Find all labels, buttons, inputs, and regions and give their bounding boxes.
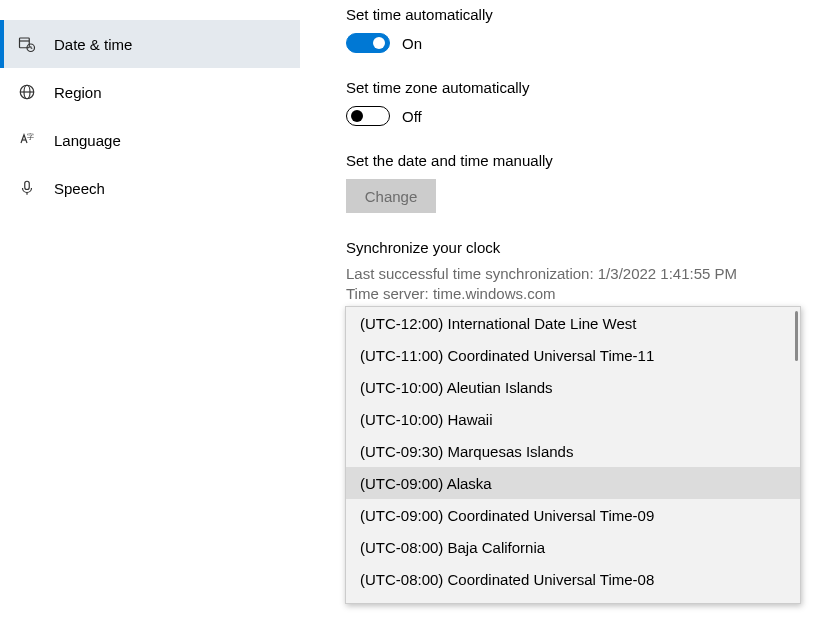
timezone-option[interactable]: (UTC-11:00) Coordinated Universal Time-1… [346,339,800,371]
sidebar-item-label: Speech [54,180,105,197]
language-icon: 字 [18,131,36,149]
globe-icon [18,83,36,101]
setting-label: Set time zone automatically [346,79,800,96]
sync-server-label: Time server: [346,285,433,302]
sidebar-item-speech[interactable]: Speech [0,164,300,212]
timezone-option[interactable]: (UTC-08:00) Baja California [346,531,800,563]
sidebar-item-label: Language [54,132,121,149]
microphone-icon [18,179,36,197]
sidebar-item-region[interactable]: Region [0,68,300,116]
sync-last-value: 1/3/2022 1:41:55 PM [598,265,737,282]
svg-text:字: 字 [27,133,34,140]
sync-server-value: time.windows.com [433,285,556,302]
svg-line-4 [31,48,33,49]
manual-datetime-setting: Set the date and time manually Change [346,152,800,213]
timezone-option[interactable]: (UTC-10:00) Hawaii [346,403,800,435]
setting-label: Synchronize your clock [346,239,800,256]
setting-label: Set time automatically [346,6,800,23]
timezone-option[interactable]: (UTC-09:30) Marquesas Islands [346,435,800,467]
timezone-dropdown[interactable]: (UTC-12:00) International Date Line West… [345,306,801,604]
change-button: Change [346,179,436,213]
auto-timezone-setting: Set time zone automatically Off [346,79,800,126]
sidebar-item-language[interactable]: 字 Language [0,116,300,164]
sidebar-item-label: Date & time [54,36,132,53]
sync-last-line: Last successful time synchronization: 1/… [346,264,800,284]
sync-clock-section: Synchronize your clock Last successful t… [346,239,800,303]
timezone-option[interactable]: (UTC-10:00) Aleutian Islands [346,371,800,403]
calendar-clock-icon [18,35,36,53]
sidebar-item-date-time[interactable]: Date & time [0,20,300,68]
sync-server-line: Time server: time.windows.com [346,284,800,304]
auto-time-setting: Set time automatically On [346,6,800,53]
timezone-option[interactable]: (UTC-12:00) International Date Line West [346,307,800,339]
settings-sidebar: Date & time Region 字 Language [0,0,300,638]
svg-rect-10 [25,181,30,189]
auto-time-toggle[interactable] [346,33,390,53]
timezone-option[interactable]: (UTC-08:00) Coordinated Universal Time-0… [346,563,800,595]
sync-last-label: Last successful time synchronization: [346,265,598,282]
auto-timezone-toggle[interactable] [346,106,390,126]
toggle-state-text: Off [402,108,422,125]
toggle-state-text: On [402,35,422,52]
scrollbar-thumb[interactable] [795,311,798,361]
sidebar-item-label: Region [54,84,102,101]
timezone-option[interactable]: (UTC-09:00) Alaska [346,467,800,499]
setting-label: Set the date and time manually [346,152,800,169]
timezone-option[interactable]: (UTC-09:00) Coordinated Universal Time-0… [346,499,800,531]
